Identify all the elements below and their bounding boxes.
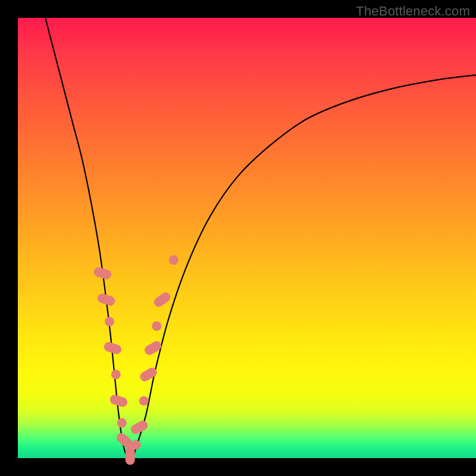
curve-marker	[152, 321, 161, 331]
curve-marker	[109, 394, 129, 408]
curve-marker	[126, 447, 135, 465]
curve-marker	[169, 255, 178, 265]
curve-marker	[105, 317, 114, 327]
curve-marker	[143, 340, 163, 357]
curve-marker	[152, 290, 173, 308]
curve-marker	[111, 369, 121, 379]
curve-marker	[117, 418, 127, 428]
bottleneck-curve	[45, 18, 476, 460]
curve-marker	[139, 396, 149, 406]
curve-marker	[129, 419, 149, 436]
curve-marker	[115, 431, 134, 450]
watermark-text: TheBottleneck.com	[356, 4, 470, 19]
curve-marker	[131, 440, 141, 450]
chart-svg	[18, 18, 476, 458]
plot-area	[18, 18, 476, 458]
chart-frame: TheBottleneck.com	[0, 0, 476, 476]
marker-layer	[93, 255, 178, 465]
